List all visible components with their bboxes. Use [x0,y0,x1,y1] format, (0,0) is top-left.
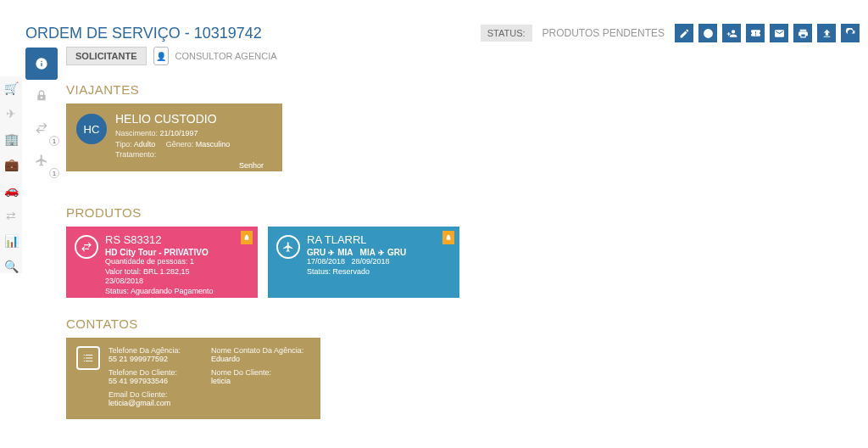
traveler-avatar: HC [76,114,107,144]
plane-icon[interactable]: ✈ [6,107,16,120]
tab-info[interactable] [25,48,58,80]
product-people: Quantidade de pessoas: 1 [105,257,214,267]
client-email-label: Email Do Cliente: [108,390,201,399]
client-name-value: leticia [211,377,303,385]
voucher-button[interactable] [746,24,765,42]
header-actions: STATUS: PRODUTOS PENDENTES [481,24,860,42]
agency-contact-label: Nome Contato Da Agência: [211,346,303,355]
traveler-birth: Nascimento: 21/10/1997 [115,128,272,139]
flight-badge: 1 [49,168,59,178]
email-button[interactable] [770,24,788,42]
flight-dates: 17/08/2018 28/09/2018 [307,257,406,267]
traveler-treatment: Senhor [115,160,272,171]
product-date: 23/08/2018 [105,277,214,287]
edit-button[interactable] [675,24,693,42]
requester-row: SOLICITANTE 👤 CONSULTOR AGENCIA [66,47,860,65]
product-flight-info: RA TLARRL GRU✈MIA MIA✈GRU 17/08/2018 28/… [307,233,406,291]
contacts-card[interactable]: Telefone Da Agência: 55 21 999977592 Nom… [66,338,320,419]
requester-button[interactable]: SOLICITANTE [66,47,147,65]
chart-icon[interactable]: 📊 [4,234,19,248]
checklist-icon [76,346,100,370]
agency-contact-value: Eduardo [211,355,303,363]
consultant-icon: 👤 [153,47,169,65]
tab-flight[interactable]: 1 [25,144,58,176]
product-name: HD City Tour - PRIVATIVO [105,248,214,257]
warning-tag-icon [241,231,253,244]
traveler-info: HELIO CUSTODIO Nascimento: 21/10/1997 Ti… [115,112,272,163]
client-email-value: leticia@gmail.com [108,399,201,407]
tab-payment[interactable] [25,80,58,112]
page-header: ORDEM DE SERVIÇO - 10319742 STATUS: PROD… [25,24,860,42]
app-rail: 🛒 ✈ 🏢 💼 🚗 ⇄ 📊 🔍 [0,76,22,273]
plane-product-icon [276,235,300,259]
page-title: ORDEM DE SERVIÇO - 10319742 [25,25,262,42]
client-phone-label: Telefone Do Cliente: [108,368,201,377]
flight-code: RA TLARRL [307,233,406,246]
upload-button[interactable] [817,24,836,42]
section-travelers-title: VIAJANTES [66,82,860,97]
status-value: PRODUTOS PENDENTES [537,24,670,42]
print-button[interactable] [793,24,812,42]
building-icon[interactable]: 🏢 [4,132,19,146]
product-code: RS S83312 [105,233,214,246]
cart-icon[interactable]: 🛒 [4,81,19,95]
flight-status: Status: Reservado [307,267,406,277]
traveler-name: HELIO CUSTODIO [115,112,272,126]
flight-route: GRU✈MIA MIA✈GRU [307,248,406,257]
status-label: STATUS: [481,25,532,42]
briefcase-icon[interactable]: 💼 [4,158,19,171]
section-products-title: PRODUTOS [66,205,860,220]
warning-tag-icon [442,231,454,244]
traveler-card[interactable]: HC HELIO CUSTODIO Nascimento: 21/10/1997… [66,104,282,171]
search-icon[interactable]: 🔍 [4,260,19,273]
product-tour-info: RS S83312 HD City Tour - PRIVATIVO Quant… [105,233,214,291]
agency-phone-value: 55 21 999977592 [108,355,201,363]
order-tabs: 1 1 [24,48,59,176]
history-button[interactable] [698,24,717,42]
contacts-grid: Telefone Da Agência: 55 21 999977592 Nom… [108,346,303,411]
traveler-type-gender: Tipo: Adulto Gênero: Masculino Tratament… [115,139,272,160]
transfer-product-icon [75,235,98,259]
tab-transfer[interactable]: 1 [25,112,58,144]
product-card-tour[interactable]: RS S83312 HD City Tour - PRIVATIVO Quant… [66,227,258,298]
section-contacts-title: CONTATOS [66,316,860,331]
agency-phone-label: Telefone Da Agência: [108,346,201,355]
consultant-label: CONSULTOR AGENCIA [175,51,277,61]
product-status: Status: Aguardando Pagamento [105,287,214,297]
refresh-button[interactable] [841,24,860,42]
product-value: Valor total: BRL 1.282,15 [105,267,214,277]
product-card-flight[interactable]: RA TLARRL GRU✈MIA MIA✈GRU 17/08/2018 28/… [268,227,459,298]
client-phone-value: 55 41 997933546 [108,377,201,385]
products-row: RS S83312 HD City Tour - PRIVATIVO Quant… [66,227,860,298]
client-name-label: Nome Do Cliente: [211,368,303,377]
content-area: SOLICITANTE 👤 CONSULTOR AGENCIA VIAJANTE… [66,47,860,448]
car-icon[interactable]: 🚗 [4,183,19,197]
add-person-button[interactable] [722,24,741,42]
transfer-icon[interactable]: ⇄ [6,209,16,222]
